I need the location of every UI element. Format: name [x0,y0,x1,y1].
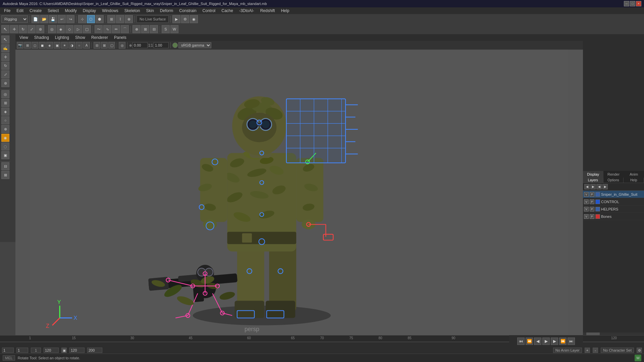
pb-go-end[interactable]: ⏭ [568,338,575,345]
layer-v-control[interactable]: V [584,199,589,204]
vp-hud-btn[interactable]: ⊟ [94,42,100,49]
curve-tool-btn[interactable]: 〜 [95,25,103,33]
arc-tool-btn[interactable]: ⌒ [121,25,129,33]
rotate-tool-btn[interactable]: ↻ [19,25,27,33]
menu-skeleton[interactable]: Skeleton [122,8,143,14]
pencil-curve-btn[interactable]: ✏ [112,25,120,33]
char-set-btn[interactable]: ⚙ [637,348,642,353]
menu-windows[interactable]: Windows [99,8,121,14]
vp-isolate-btn[interactable]: ◎ [119,42,125,49]
mel-label[interactable]: MEL [3,355,15,361]
move-tool-btn[interactable]: ✛ [10,25,18,33]
frame-end-input[interactable] [44,348,59,353]
subtab-help[interactable]: Help [624,178,644,183]
layer-row-bones[interactable]: V P Bones [583,213,644,220]
vp-menu-shading[interactable]: Shading [32,35,52,41]
menu-select[interactable]: Select [45,8,61,14]
menu-help[interactable]: Help [278,8,292,14]
universal-tool-btn[interactable]: ⊛ [36,25,44,33]
vp-smooth-btn[interactable]: ◼ [39,42,46,49]
layer-p-control[interactable]: P [590,199,594,204]
maya-icon[interactable]: M [635,355,641,361]
save-file-btn[interactable]: 💾 [49,15,57,23]
anim-layer-btn2[interactable]: - [593,348,598,353]
layer-row-helpers[interactable]: V P HELPERS [583,205,644,213]
render-layer-btn[interactable]: ⊠ [1,171,9,179]
vp-menu-show[interactable]: Show [72,35,88,41]
redo-btn[interactable]: ↪ [66,15,74,23]
layer-scroll-right[interactable]: ▶ [590,184,596,189]
vp-texture-btn[interactable]: ▣ [54,42,60,49]
range-start-input[interactable] [69,348,85,353]
menu-create[interactable]: Create [27,8,44,14]
cluster-btn[interactable]: ◈ [1,108,9,116]
vp-menu-panels[interactable]: Panels [111,35,129,41]
select-btn[interactable]: ⊹ [78,15,86,23]
vp-lighting-btn[interactable]: ☀ [61,42,68,49]
layer-row-control[interactable]: V P CONTROL [583,198,644,205]
lasso-btn[interactable]: ⬡ [87,15,95,23]
pb-step-back[interactable]: ⏪ [526,338,533,345]
menu-constrain[interactable]: Constrain [176,8,199,14]
menu-cache[interactable]: Cache [219,8,236,14]
paint-mode-btn[interactable]: ✍ [1,44,9,52]
vp-xray-btn[interactable]: ◈ [46,42,53,49]
layer-tab-display[interactable]: Display [583,171,603,178]
pb-prev-frame[interactable]: ◀ [534,338,541,345]
layer-p-sniper[interactable]: P [590,192,594,197]
layer-v-bones[interactable]: V [584,214,589,219]
layer-scroll-left[interactable]: ◀ [584,184,590,189]
vp-menu-lighting[interactable]: Lighting [52,35,72,41]
subtab-options[interactable]: Options [603,178,624,183]
select-mode-btn[interactable]: ↖ [1,36,9,44]
scale-mode-btn[interactable]: ⤢ [1,70,9,78]
layer-p-helpers[interactable]: P [590,207,594,212]
vp-menu-renderer[interactable]: Renderer [89,35,111,41]
range-end-input[interactable] [87,348,102,353]
insert-joint-btn[interactable]: ⊞ [141,25,149,33]
menu-display[interactable]: Display [80,8,99,14]
ipr-btn[interactable]: ◉ [190,15,198,23]
menu-3dtai[interactable]: -3DtoAI- [236,8,257,14]
no-char-set-label[interactable]: No Character Set [601,348,634,353]
scale-tool-btn[interactable]: ⤢ [28,25,36,33]
menu-file[interactable]: File [1,8,13,14]
vp-grid-btn[interactable]: ⊞ [24,42,31,49]
edge-btn[interactable]: ▷ [74,25,82,33]
vp-shadow-btn[interactable]: ◑ [68,42,75,49]
maximize-button[interactable]: □ [630,1,635,6]
ep-curve-btn[interactable]: ∿ [103,25,111,33]
component-btn[interactable]: ◈ [57,25,65,33]
render-settings-btn[interactable]: ⚙ [181,15,189,23]
vp-cam-gate-btn[interactable]: ⊠ [101,42,108,49]
mode-dropdown[interactable]: Rigging Animation Modeling [1,15,28,23]
soft-select-btn[interactable]: ◎ [48,25,56,33]
pb-step-forward[interactable]: ⏩ [559,338,567,345]
frame-start-input[interactable] [2,348,14,353]
vp-res-gate-btn[interactable]: ▢ [108,42,115,49]
layer-v-sniper[interactable]: V [584,192,589,197]
snap-point-btn[interactable]: ⊕ [125,15,133,23]
vp-menu-view[interactable]: View [17,35,31,41]
snap-curve-btn[interactable]: ⌇ [116,15,124,23]
range-toggle-btn[interactable]: ▣ [61,348,67,353]
pb-play[interactable]: ▶ [542,338,550,345]
menu-control[interactable]: Control [200,8,218,14]
subtab-layers[interactable]: Layers [583,178,603,183]
anim-layer-btn[interactable]: + [585,348,590,353]
display-layer-btn[interactable]: ⊟ [1,162,9,170]
vp-value1-input[interactable] [132,42,148,48]
menu-modify[interactable]: Modify [62,8,79,14]
layer-scroll-left2[interactable]: ◀ [596,184,602,189]
vp-camera-btn[interactable]: 📷 [17,42,23,49]
move-mode-btn[interactable]: ✛ [1,53,9,61]
paint-btn[interactable]: ⬢ [96,15,104,23]
joint-btn[interactable]: ○ [1,116,9,124]
remove-joint-btn[interactable]: ⊟ [150,25,158,33]
open-file-btn[interactable]: 📂 [40,15,48,23]
ik-handle-btn[interactable]: ⊕ [1,125,9,133]
paint-skin-btn[interactable]: ◉ [1,134,9,142]
layer-p-bones[interactable]: P [590,214,594,219]
menu-skin[interactable]: Skin [144,8,157,14]
pb-go-start[interactable]: ⏮ [517,338,525,345]
